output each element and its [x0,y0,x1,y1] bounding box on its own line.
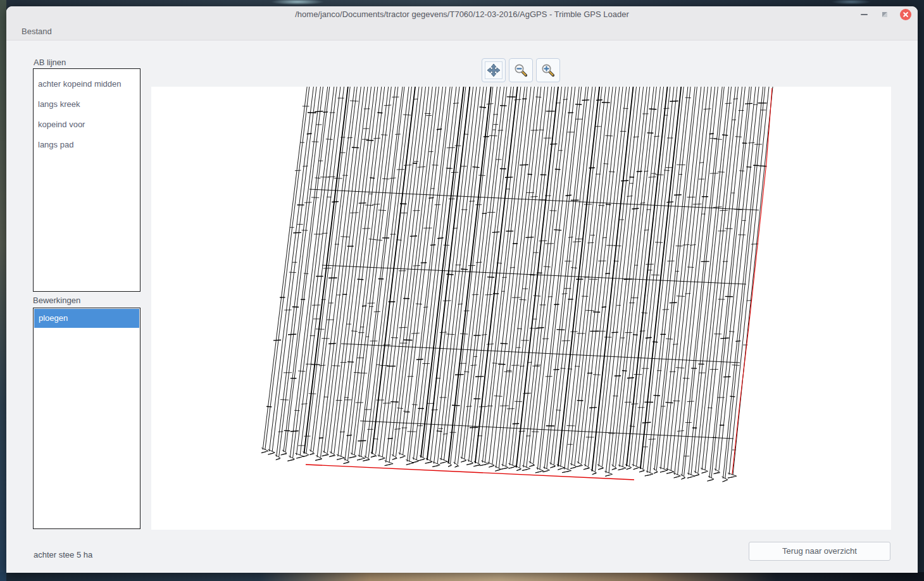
close-button[interactable] [900,9,911,20]
ab-lines-list: achter kopeind midden langs kreek kopein… [33,68,140,292]
ab-line-item[interactable]: langs pad [34,135,140,155]
zoom-out-icon [513,63,528,78]
ab-lines-label: AB lijnen [34,58,66,67]
pan-button[interactable] [482,58,506,82]
window-title: /home/janco/Documents/tractor gegevens/T… [82,6,842,23]
menu-bestand[interactable]: Bestand [18,24,56,39]
close-icon [900,9,911,20]
field-plot [151,87,891,530]
desktop: { "window": { "title": "/home/janco/Docu… [0,0,924,581]
operation-item-selected[interactable]: ploegen [34,309,139,328]
title-bar: /home/janco/Documents/tractor gegevens/T… [6,6,918,23]
ab-line-item[interactable]: achter kopeind midden [34,74,140,94]
operations-label: Bewerkingen [33,296,80,305]
maximize-icon [881,11,889,18]
app-window: /home/janco/Documents/tractor gegevens/T… [6,6,918,573]
ab-line-item[interactable]: kopeind voor [34,115,140,135]
field-name-label: achter stee 5 ha [34,546,92,565]
minimize-icon [861,14,868,15]
zoom-in-button[interactable] [536,58,560,82]
back-to-overview-button[interactable]: Terug naar overzicht [749,542,890,561]
operations-list: ploegen [33,308,140,529]
maximize-button[interactable] [879,9,890,20]
menu-bar: Bestand [6,23,918,41]
map-canvas[interactable] [151,87,891,530]
minimize-button[interactable] [858,9,870,20]
window-controls [858,6,911,23]
ab-line-item[interactable]: langs kreek [34,94,140,115]
pan-icon [486,63,501,78]
zoom-in-icon [540,63,556,78]
map-toolbar [482,58,560,82]
zoom-out-button[interactable] [509,58,533,82]
